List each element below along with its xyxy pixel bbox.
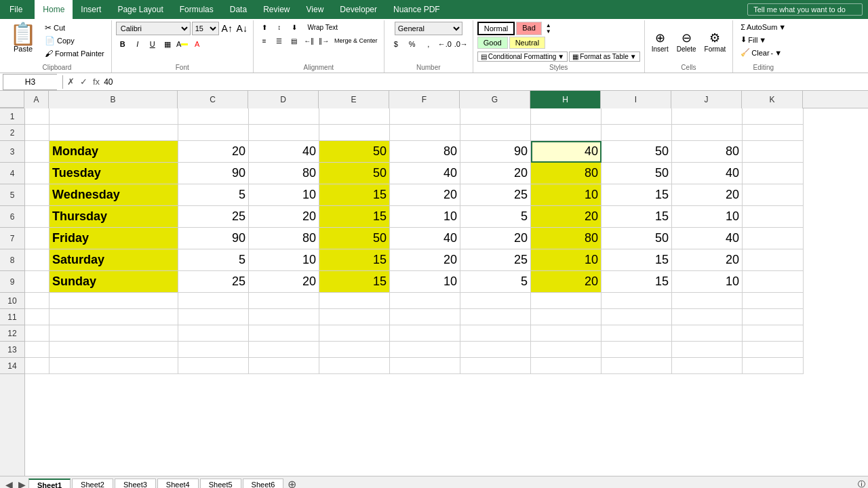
- cell-J5[interactable]: 20: [672, 184, 743, 206]
- cell-C8[interactable]: 5: [178, 249, 249, 271]
- border-button[interactable]: ▦: [161, 37, 174, 51]
- cell-K7[interactable]: [743, 228, 804, 249]
- col-header-A[interactable]: A: [24, 91, 49, 108]
- cell-H2[interactable]: [531, 125, 601, 141]
- row-header-5[interactable]: 5: [0, 184, 24, 206]
- cell-C11[interactable]: [178, 309, 249, 325]
- cell-H1[interactable]: [531, 108, 601, 125]
- cell-G7[interactable]: 20: [460, 228, 531, 249]
- row-header-11[interactable]: 11: [0, 309, 24, 325]
- delete-button[interactable]: ⊖ Delete: [674, 29, 699, 54]
- cell-A4[interactable]: [25, 163, 50, 184]
- row-header-2[interactable]: 2: [0, 125, 24, 141]
- cell-E1[interactable]: [319, 108, 390, 125]
- cell-E12[interactable]: [319, 325, 390, 342]
- paste-button[interactable]: 📋 Paste: [7, 22, 39, 54]
- cell-I6[interactable]: 15: [601, 206, 672, 228]
- cell-K11[interactable]: [743, 309, 804, 325]
- cell-E11[interactable]: [319, 309, 390, 325]
- cell-E14[interactable]: [319, 358, 390, 374]
- cell-I8[interactable]: 15: [601, 249, 672, 271]
- cell-G6[interactable]: 5: [460, 206, 531, 228]
- increase-font-button[interactable]: A↑: [220, 22, 234, 35]
- cell-E2[interactable]: [319, 125, 390, 141]
- copy-button[interactable]: 📄 Copy: [42, 35, 107, 47]
- cell-J3[interactable]: 80: [672, 141, 743, 163]
- cell-K1[interactable]: [743, 108, 804, 125]
- cell-E13[interactable]: [319, 342, 390, 358]
- cell-I10[interactable]: [601, 293, 672, 309]
- cancel-formula-button[interactable]: ✗: [66, 77, 76, 87]
- align-left-button[interactable]: ≡: [258, 35, 271, 46]
- col-header-F[interactable]: F: [389, 91, 460, 108]
- cell-B10[interactable]: [50, 293, 178, 309]
- comma-button[interactable]: ,: [421, 38, 436, 50]
- increase-decimal-button[interactable]: .0→: [454, 38, 469, 50]
- cell-A6[interactable]: [25, 206, 50, 228]
- cell-A3[interactable]: [25, 141, 50, 163]
- cell-H5[interactable]: 10: [531, 184, 601, 206]
- cell-F10[interactable]: [390, 293, 460, 309]
- formula-input[interactable]: [101, 74, 868, 90]
- cell-C14[interactable]: [178, 358, 249, 374]
- cell-F8[interactable]: 20: [390, 249, 460, 271]
- cell-E8[interactable]: 15: [319, 249, 390, 271]
- cell-H12[interactable]: [531, 325, 601, 342]
- cell-B2[interactable]: [50, 125, 178, 141]
- cell-H8[interactable]: 10: [531, 249, 601, 271]
- row-header-12[interactable]: 12: [0, 325, 24, 342]
- col-header-D[interactable]: D: [248, 91, 319, 108]
- cell-A12[interactable]: [25, 325, 50, 342]
- align-right-button[interactable]: ▤: [288, 35, 301, 46]
- col-header-B[interactable]: B: [49, 91, 178, 108]
- cell-I7[interactable]: 50: [601, 228, 672, 249]
- cell-D2[interactable]: [249, 125, 319, 141]
- cell-J7[interactable]: 40: [672, 228, 743, 249]
- fill-color-button[interactable]: A: [176, 37, 189, 51]
- format-as-table-button[interactable]: ▦ Format as Table ▼: [569, 52, 639, 62]
- col-header-H[interactable]: H: [530, 91, 601, 108]
- cell-F3[interactable]: 80: [390, 141, 460, 163]
- cell-C3[interactable]: 20: [178, 141, 249, 163]
- cell-F5[interactable]: 20: [390, 184, 460, 206]
- cell-I1[interactable]: [601, 108, 672, 125]
- tab-formulas[interactable]: Formulas: [172, 0, 222, 19]
- col-header-I[interactable]: I: [601, 91, 671, 108]
- cell-B8[interactable]: Saturday: [50, 249, 178, 271]
- cell-D7[interactable]: 80: [249, 228, 319, 249]
- cell-B14[interactable]: [50, 358, 178, 374]
- cell-K2[interactable]: [743, 125, 804, 141]
- cell-J9[interactable]: 10: [672, 271, 743, 293]
- cell-G12[interactable]: [460, 325, 531, 342]
- cut-button[interactable]: ✂ Cut: [42, 22, 107, 34]
- cell-reference-box[interactable]: H3: [3, 74, 57, 90]
- cell-D10[interactable]: [249, 293, 319, 309]
- align-middle-button[interactable]: ↕: [273, 22, 286, 33]
- cell-H3[interactable]: 40: [531, 141, 601, 163]
- cell-F4[interactable]: 40: [390, 163, 460, 184]
- cell-I9[interactable]: 15: [601, 271, 672, 293]
- conditional-formatting-button[interactable]: ▤ Conditional Formatting ▼: [477, 52, 568, 62]
- status-info-icon[interactable]: ⓘ: [858, 479, 865, 488]
- col-header-G[interactable]: G: [460, 91, 530, 108]
- cell-I5[interactable]: 15: [601, 184, 672, 206]
- row-header-7[interactable]: 7: [0, 228, 24, 249]
- cell-B4[interactable]: Tuesday: [50, 163, 178, 184]
- cell-B6[interactable]: Thursday: [50, 206, 178, 228]
- col-header-K[interactable]: K: [742, 91, 803, 108]
- cell-C9[interactable]: 25: [178, 271, 249, 293]
- cell-K13[interactable]: [743, 342, 804, 358]
- clear-button[interactable]: 🧹 Clear - ▼: [737, 47, 785, 58]
- cell-D5[interactable]: 10: [249, 184, 319, 206]
- cell-F11[interactable]: [390, 309, 460, 325]
- insert-function-button[interactable]: fx: [92, 77, 101, 87]
- cell-D12[interactable]: [249, 325, 319, 342]
- style-bad-button[interactable]: Bad: [516, 22, 542, 35]
- sheet-tab-nav-next[interactable]: ▶: [16, 479, 28, 489]
- cell-A13[interactable]: [25, 342, 50, 358]
- cell-H11[interactable]: [531, 309, 601, 325]
- cell-D13[interactable]: [249, 342, 319, 358]
- sheet-tab-sheet3[interactable]: Sheet3: [115, 479, 156, 488]
- cell-J6[interactable]: 10: [672, 206, 743, 228]
- cell-J11[interactable]: [672, 309, 743, 325]
